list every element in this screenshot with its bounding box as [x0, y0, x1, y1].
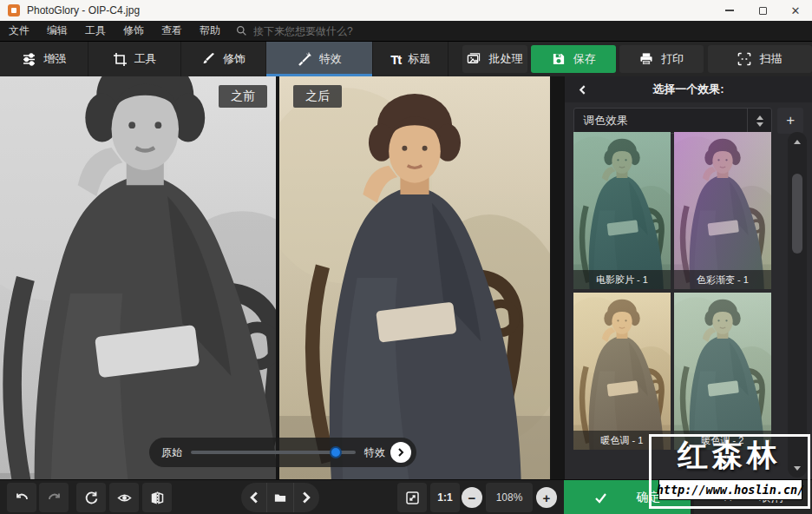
- effect-thumb-gradient-1[interactable]: 色彩渐变 - 1: [674, 132, 771, 289]
- minimize-icon: [725, 10, 734, 11]
- tab-tools-label: 工具: [134, 51, 157, 67]
- scroll-up-icon: [794, 140, 801, 144]
- watermark-name: 红森林: [652, 435, 808, 476]
- tab-enhance[interactable]: 增强: [0, 42, 88, 76]
- batch-images-icon: [467, 52, 481, 66]
- search-input[interactable]: [253, 25, 514, 37]
- scan-frame-icon: [737, 52, 751, 66]
- effects-panel: 选择一个效果: 调色效果 + 电影胶片 - 1: [564, 76, 812, 479]
- app-window: PhotoGlory - OIP-C4.jpg ✕ 文件 编辑 工具 修饰 查看…: [0, 0, 812, 514]
- tab-effects[interactable]: 特效: [266, 42, 373, 76]
- chevron-left-icon: [248, 491, 260, 504]
- slider-effect-label: 特效: [364, 445, 385, 460]
- effect-label: 电影胶片 - 1: [573, 270, 671, 289]
- scan-label: 扫描: [759, 51, 782, 67]
- scroll-up-button[interactable]: [788, 132, 807, 151]
- maximize-button[interactable]: [746, 0, 779, 21]
- effects-panel-title: 选择一个效果:: [565, 82, 812, 97]
- scan-button[interactable]: 扫描: [708, 45, 812, 73]
- spinner-down-icon: [756, 122, 763, 127]
- menu-help[interactable]: 帮助: [191, 21, 229, 41]
- minus-icon: −: [468, 491, 476, 504]
- save-label: 保存: [573, 51, 596, 67]
- effect-thumb-warm-2[interactable]: 暖色调 - 2: [674, 293, 771, 450]
- menu-edit[interactable]: 编辑: [38, 21, 76, 41]
- effect-thumb-warm-1[interactable]: 暖色调 - 1: [573, 293, 671, 450]
- undo-button[interactable]: [7, 483, 36, 512]
- spinner-up-icon: [756, 115, 763, 120]
- zoom-out-button[interactable]: −: [462, 487, 482, 508]
- toolbar: 增强 工具 修饰 特效 Tt 标题 批处理 保存 打印: [0, 42, 812, 76]
- menu-file[interactable]: 文件: [0, 21, 38, 41]
- prev-photo-button[interactable]: [241, 483, 266, 512]
- effect-category-value: 调色效果: [574, 113, 747, 128]
- app-logo-icon: [8, 4, 20, 16]
- folder-icon: [274, 491, 286, 504]
- minimize-button[interactable]: [713, 0, 746, 21]
- menu-retouch[interactable]: 修饰: [115, 21, 153, 41]
- effect-intensity-slider: 原始 特效: [149, 438, 416, 467]
- effect-tint-overlay: [573, 132, 671, 289]
- close-button[interactable]: ✕: [779, 0, 812, 21]
- preview-original-button[interactable]: [109, 483, 139, 512]
- eye-icon: [117, 491, 132, 505]
- save-button[interactable]: 保存: [531, 45, 616, 73]
- fit-to-screen-button[interactable]: [397, 483, 427, 512]
- tab-tools[interactable]: 工具: [88, 42, 180, 76]
- printer-icon: [639, 52, 653, 66]
- chevron-right-icon: [300, 491, 312, 504]
- actual-size-button[interactable]: 1:1: [430, 483, 460, 512]
- category-spinner[interactable]: [747, 109, 771, 133]
- chevron-right-icon: [396, 448, 405, 457]
- print-button[interactable]: 打印: [619, 45, 704, 73]
- effects-panel-header: 选择一个效果:: [565, 76, 812, 102]
- tab-enhance-label: 增强: [43, 51, 66, 67]
- after-photo: [279, 76, 550, 479]
- checkmark-icon: [594, 491, 607, 504]
- menu-view[interactable]: 查看: [153, 21, 191, 41]
- effect-tint-overlay: [573, 293, 671, 450]
- compare-view-button[interactable]: [142, 483, 172, 512]
- reset-button[interactable]: [76, 483, 106, 512]
- effect-thumb-film-1[interactable]: 电影胶片 - 1: [573, 132, 671, 289]
- menubar: 文件 编辑 工具 修饰 查看 帮助: [0, 21, 812, 42]
- titlebar: PhotoGlory - OIP-C4.jpg ✕: [0, 0, 812, 21]
- search-icon: [236, 25, 247, 36]
- sliders-icon: [22, 52, 36, 67]
- text-icon: Tt: [390, 52, 401, 67]
- add-effect-button[interactable]: +: [777, 108, 803, 134]
- scrollbar-thumb[interactable]: [792, 174, 802, 254]
- after-image-pane: 之后: [279, 76, 550, 479]
- split-compare-icon: [150, 491, 165, 505]
- crop-icon: [113, 52, 128, 67]
- photo-navigator: [241, 483, 319, 512]
- tab-retouch[interactable]: 修饰: [181, 42, 266, 76]
- reset-icon: [84, 491, 99, 505]
- window-title: PhotoGlory - OIP-C4.jpg: [27, 4, 140, 16]
- plus-icon: +: [543, 491, 551, 504]
- open-folder-button[interactable]: [266, 483, 292, 512]
- site-watermark: 红森林 http://www.hoslin.cn/: [649, 434, 810, 509]
- redo-button[interactable]: [39, 483, 69, 512]
- effect-slider-handle[interactable]: [330, 446, 342, 458]
- effects-scrollbar[interactable]: [788, 132, 807, 478]
- effect-label: 色彩渐变 - 1: [674, 270, 771, 289]
- slider-track[interactable]: [191, 446, 356, 458]
- tab-caption[interactable]: Tt 标题: [373, 42, 449, 76]
- next-photo-button[interactable]: [293, 483, 319, 512]
- effect-category-select[interactable]: 调色效果: [573, 108, 772, 134]
- menu-tools[interactable]: 工具: [76, 21, 115, 41]
- redo-icon: [47, 491, 62, 505]
- preview-area: 之前 之后 原始 特效 选择一个效果:: [0, 76, 812, 479]
- zoom-in-button[interactable]: +: [536, 487, 557, 508]
- batch-process-button[interactable]: 批处理: [462, 45, 527, 73]
- save-floppy-icon: [552, 52, 566, 66]
- panel-back-button[interactable]: [573, 81, 591, 98]
- watermark-url: http://www.hoslin.cn/: [658, 479, 802, 500]
- fit-screen-icon: [405, 491, 420, 505]
- zoom-level[interactable]: 108%: [486, 483, 533, 512]
- apply-effect-arrow-button[interactable]: [390, 442, 411, 463]
- quick-search: [236, 25, 812, 37]
- magic-wand-icon: [298, 52, 312, 67]
- effect-tint-overlay: [674, 132, 771, 289]
